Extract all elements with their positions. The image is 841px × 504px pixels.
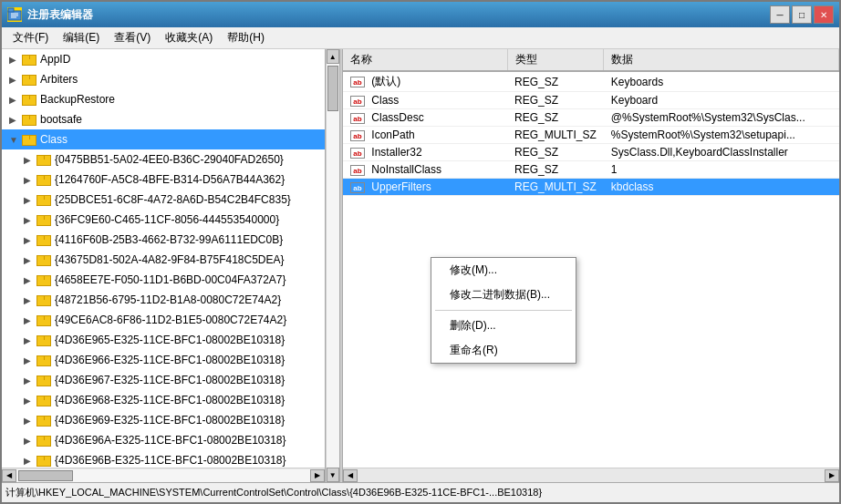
folder-icon [36,233,51,246]
tree-item-label: {43675D81-502A-4A82-9F84-B75F418C5DEA} [55,253,285,266]
tree-arrow: ▶ [24,255,36,265]
context-menu-modify-binary[interactable]: 修改二进制数据(B)... [431,283,576,307]
menu-help[interactable]: 帮助(H) [220,28,272,47]
menu-favorites[interactable]: 收藏夹(A) [158,28,220,47]
tree-item-guid4[interactable]: ▶ {36FC9E60-C465-11CF-8056-444553540000} [2,210,325,230]
right-hscroll[interactable]: ◀ ▶ [343,468,839,482]
tree-item-guid14[interactable]: ▶ {4D36E969-E325-11CE-BFC1-08002BE10318} [2,410,325,430]
hscroll-thumb[interactable] [18,470,73,481]
cell-data: 1 [604,161,839,179]
tree-item-guid16[interactable]: ▶ {4D36E96B-E325-11CE-BFC1-08002BE10318} [2,450,325,468]
tree-item-label: bootsafe [40,113,82,126]
tree-item-guid13[interactable]: ▶ {4D36E968-E325-11CE-BFC1-08002BE10318} [2,390,325,410]
table-row[interactable]: ab (默认) REG_SZ Keyboards [343,71,839,92]
folder-icon [36,153,51,166]
cell-name: ab Class [343,92,507,109]
cell-name: ab ClassDesc [343,109,507,127]
vscroll-track [327,64,339,468]
tree-item-guid8[interactable]: ▶ {48721B56-6795-11D2-B1A8-0080C72E74A2} [2,290,325,310]
table-row[interactable]: ab NoInstallClass REG_SZ 1 [343,161,839,179]
tree-item-guid3[interactable]: ▶ {25DBCE51-6C8F-4A72-8A6D-B54C2B4FC835} [2,190,325,210]
tree-item-guid6[interactable]: ▶ {43675D81-502A-4A82-9F84-B75F418C5DEA} [2,250,325,270]
tree-vscroll[interactable]: ▲ ▼ [326,49,339,482]
reg-icon: ab [350,77,365,87]
tree-item-appid[interactable]: ▶ AppID [2,49,325,69]
context-menu-rename[interactable]: 重命名(R) [431,338,576,363]
table-row[interactable]: ab ClassDesc REG_SZ @%SystemRoot%\System… [343,109,839,127]
folder-icon [36,454,51,467]
tree-item-backuprestore[interactable]: ▶ BackupRestore [2,89,325,109]
tree-arrow: ▶ [9,95,22,105]
tree-item-label: {4D36E966-E325-11CE-BFC1-08002BE10318} [55,354,285,366]
tree-item-guid7[interactable]: ▶ {4658EE7E-F050-11D1-B6BD-00C04FA372A7} [2,270,325,290]
cell-name: ab Installer32 [343,144,507,161]
tree-item-guid11[interactable]: ▶ {4D36E966-E325-11CE-BFC1-08002BE10318} [2,350,325,370]
folder-icon [22,53,36,66]
folder-icon [22,93,36,106]
folder-icon [36,374,51,386]
tree-arrow: ▶ [24,416,36,426]
folder-icon [36,273,51,286]
cell-data: SysClass.Dll,KeyboardClassInstaller [604,144,839,161]
tree-item-guid9[interactable]: ▶ {49CE6AC8-6F86-11D2-B1E5-0080C72E74A2} [2,310,325,330]
cell-data: kbdclass [604,179,839,196]
right-panel: 名称 类型 数据 ab (默认) REG_SZ Keyboards [343,49,839,482]
table-row[interactable]: ab Installer32 REG_SZ SysClass.Dll,Keybo… [343,144,839,161]
menu-edit[interactable]: 编辑(E) [56,28,107,47]
menu-view[interactable]: 查看(V) [107,28,158,47]
col-header-data: 数据 [604,49,839,71]
tree-item-label: {48721B56-6795-11D2-B1A8-0080C72E74A2} [55,293,281,306]
tree-item-guid5[interactable]: ▶ {4116F60B-25B3-4662-B732-99A6111EDC0B} [2,230,325,250]
reg-icon: ab [350,148,365,159]
hscroll-left-btn[interactable]: ◀ [343,469,358,482]
title-bar: 注册表编辑器 ─ □ ✕ [2,2,839,27]
tree-item-arbiters[interactable]: ▶ Arbiters [2,69,325,89]
right-scroll[interactable]: 名称 类型 数据 ab (默认) REG_SZ Keyboards [343,49,839,468]
tree-arrow: ▶ [24,375,36,386]
tree-item-label: Arbiters [40,73,78,86]
window-title: 注册表编辑器 [27,7,770,23]
reg-icon: ab [350,113,365,124]
reg-icon: ab [350,96,365,107]
hscroll-track [16,469,310,482]
context-menu-divider [435,310,572,311]
tree-item-bootsafe[interactable]: ▶ bootsafe [2,109,325,129]
menu-bar: 文件(F) 编辑(E) 查看(V) 收藏夹(A) 帮助(H) [2,27,839,49]
tree-item-label: {4658EE7E-F050-11D1-B6BD-00C04FA372A7} [55,273,286,286]
tree-item-guid10[interactable]: ▶ {4D36E965-E325-11CE-BFC1-08002BE10318} [2,330,325,350]
maximize-button[interactable]: □ [792,5,812,24]
menu-file[interactable]: 文件(F) [5,28,56,47]
tree-item-label: {25DBCE51-6C8F-4A72-8A6D-B54C2B4FC835} [55,193,291,206]
vscroll-thumb[interactable] [327,66,338,111]
vscroll-down-btn[interactable]: ▼ [327,468,339,482]
cell-type: REG_MULTI_SZ [507,179,604,196]
tree-arrow: ▶ [9,75,22,85]
folder-icon [36,253,51,266]
vscroll-up-btn[interactable]: ▲ [327,49,339,64]
hscroll-right-btn[interactable]: ▶ [310,469,325,482]
tree-arrow: ▶ [24,335,36,345]
col-header-name: 名称 [343,49,507,71]
regedit-window: 注册表编辑器 ─ □ ✕ 文件(F) 编辑(E) 查看(V) 收藏夹(A) 帮助… [0,0,841,504]
tree-arrow: ▶ [24,456,36,466]
tree-item-guid1[interactable]: ▶ {0475BB51-5A02-4EE0-B36C-29040FAD2650} [2,149,325,170]
context-menu-delete[interactable]: 删除(D)... [431,314,576,338]
tree-item-label: {4D36E969-E325-11CE-BFC1-08002BE10318} [55,414,285,427]
close-button[interactable]: ✕ [814,5,834,24]
tree-hscroll[interactable]: ◀ ▶ [2,468,325,482]
tree-item-guid2[interactable]: ▶ {1264760F-A5C8-4BFE-B314-D56A7B44A362} [2,170,325,190]
tree-item-guid12[interactable]: ▶ {4D36E967-E325-11CE-BFC1-08002BE10318} [2,370,325,390]
hscroll-left-btn[interactable]: ◀ [2,469,16,482]
tree-scroll[interactable]: ▶ AppID ▶ Arbiters ▶ BackupRestore [2,49,325,468]
tree-item-label: BackupRestore [40,93,115,106]
minimize-button[interactable]: ─ [770,5,790,24]
folder-icon [36,213,51,226]
tree-item-guid15[interactable]: ▶ {4D36E96A-E325-11CE-BFC1-08002BE10318} [2,430,325,450]
hscroll-right-btn[interactable]: ▶ [825,469,839,482]
tree-item-class[interactable]: ▼ Class [2,129,325,149]
table-row[interactable]: ab IconPath REG_MULTI_SZ %SystemRoot%\Sy… [343,127,839,144]
table-row[interactable]: ab Class REG_SZ Keyboard [343,92,839,109]
tree-item-label: {36FC9E60-C465-11CF-8056-444553540000} [55,213,279,226]
table-row-selected[interactable]: ab UpperFilters REG_MULTI_SZ kbdclass [343,179,839,196]
context-menu-modify[interactable]: 修改(M)... [431,258,576,283]
